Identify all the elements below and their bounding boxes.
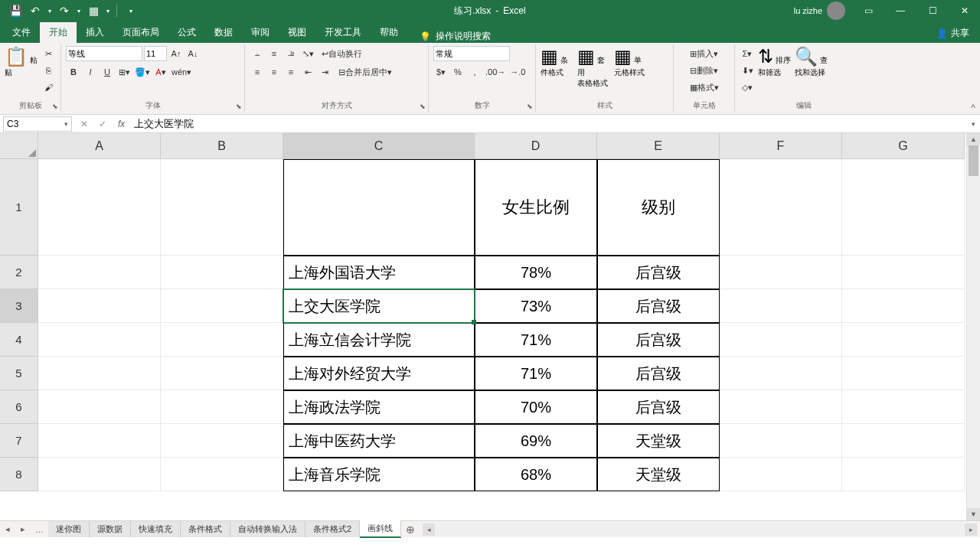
cell-C5[interactable]: 上海对外经贸大学 xyxy=(283,357,475,390)
fill-color-button[interactable]: 🪣▾ xyxy=(133,64,152,80)
sheet-tab-cond2[interactable]: 条件格式2 xyxy=(305,521,360,537)
cell-B2[interactable] xyxy=(161,256,283,289)
tab-file[interactable]: 文件 xyxy=(3,22,40,43)
row-header-2[interactable]: 2 xyxy=(0,256,38,289)
cell-F1[interactable] xyxy=(720,159,842,256)
copy-button[interactable]: ⎘ xyxy=(41,63,56,78)
select-all-corner[interactable] xyxy=(0,133,38,159)
cell-B5[interactable] xyxy=(161,357,283,390)
cell-styles-button[interactable]: ▦ 单元格样式 xyxy=(614,46,648,96)
cell-A1[interactable] xyxy=(38,159,161,256)
align-left-button[interactable]: ≡ xyxy=(250,64,265,80)
cell-F5[interactable] xyxy=(720,357,842,390)
align-bottom-button[interactable]: ⫡ xyxy=(283,46,299,61)
percent-button[interactable]: % xyxy=(450,64,466,80)
cell-B8[interactable] xyxy=(161,458,283,491)
cell-B4[interactable] xyxy=(161,323,283,357)
close-icon[interactable]: ✕ xyxy=(949,0,980,21)
ribbon-display-icon[interactable]: ▭ xyxy=(853,0,884,21)
cell-D7[interactable]: 69% xyxy=(475,424,597,458)
redo-dropdown-icon[interactable]: ▾ xyxy=(75,2,83,20)
currency-button[interactable]: $▾ xyxy=(433,64,449,80)
underline-button[interactable]: U xyxy=(100,64,115,80)
cell-F6[interactable] xyxy=(720,390,842,424)
phonetic-button[interactable]: wén▾ xyxy=(170,64,193,80)
tab-help[interactable]: 帮助 xyxy=(371,22,407,43)
cell-E5[interactable]: 后宫级 xyxy=(597,357,720,390)
decrease-font-button[interactable]: A↓ xyxy=(185,46,201,61)
horizontal-scrollbar[interactable]: ◂ ▸ xyxy=(423,523,977,536)
save-icon[interactable]: 💾 xyxy=(6,2,24,20)
cell-C4[interactable]: 上海立信会计学院 xyxy=(283,323,475,357)
scroll-thumb[interactable] xyxy=(969,145,978,176)
increase-indent-button[interactable]: ⇥ xyxy=(317,64,332,80)
cell-D6[interactable]: 70% xyxy=(475,390,597,424)
cell-E1[interactable]: 级别 xyxy=(597,159,720,256)
column-header-F[interactable]: F xyxy=(720,133,842,159)
cell-F7[interactable] xyxy=(720,424,842,458)
comma-button[interactable]: , xyxy=(467,64,482,80)
clear-button[interactable]: ◇▾ xyxy=(740,80,755,95)
cell-G5[interactable] xyxy=(842,357,965,390)
cell-C3[interactable]: 上交大医学院 xyxy=(283,289,475,323)
insert-cells-button[interactable]: ⊞ 插入 ▾ xyxy=(678,46,730,61)
row-header-3[interactable]: 3 xyxy=(0,289,38,323)
name-box-dropdown-icon[interactable]: ▾ xyxy=(64,120,68,128)
font-color-button[interactable]: A▾ xyxy=(153,64,168,80)
cell-G7[interactable] xyxy=(842,424,965,458)
cell-E7[interactable]: 天堂级 xyxy=(597,424,720,458)
cell-D2[interactable]: 78% xyxy=(475,256,597,289)
collapse-ribbon-icon[interactable]: ^ xyxy=(971,103,975,113)
row-header-1[interactable]: 1 xyxy=(0,159,38,256)
column-header-G[interactable]: G xyxy=(842,133,965,159)
row-header-8[interactable]: 8 xyxy=(0,458,38,491)
cell-A3[interactable] xyxy=(38,289,161,323)
avatar[interactable] xyxy=(827,2,845,20)
tab-view[interactable]: 视图 xyxy=(279,22,315,43)
tab-review[interactable]: 审阅 xyxy=(242,22,279,43)
align-right-button[interactable]: ≡ xyxy=(283,64,299,80)
cell-E3[interactable]: 后宫级 xyxy=(597,289,720,323)
scroll-up-icon[interactable]: ▲ xyxy=(967,133,980,145)
cell-C8[interactable]: 上海音乐学院 xyxy=(283,458,475,491)
sheet-overflow-icon[interactable]: … xyxy=(31,525,48,534)
row-header-5[interactable]: 5 xyxy=(0,357,38,390)
cell-C7[interactable]: 上海中医药大学 xyxy=(283,424,475,458)
align-center-button[interactable]: ≡ xyxy=(266,64,282,80)
format-cells-button[interactable]: ▦ 格式 ▾ xyxy=(678,80,730,95)
column-header-D[interactable]: D xyxy=(475,133,597,159)
bold-button[interactable]: B xyxy=(66,64,81,80)
maximize-icon[interactable]: ☐ xyxy=(917,0,948,21)
wrap-text-button[interactable]: ↩ 自动换行 xyxy=(317,46,367,61)
sheet-tab-cond[interactable]: 条件格式 xyxy=(181,521,230,537)
cell-A7[interactable] xyxy=(38,424,161,458)
sheet-tab-input[interactable]: 自动转换输入法 xyxy=(230,521,305,537)
cell-A8[interactable] xyxy=(38,458,161,491)
cell-A5[interactable] xyxy=(38,357,161,390)
cell-C6[interactable]: 上海政法学院 xyxy=(283,390,475,424)
cell-F2[interactable] xyxy=(720,256,842,289)
sheet-tab-line[interactable]: 画斜线 xyxy=(360,520,401,538)
cell-D5[interactable]: 71% xyxy=(475,357,597,390)
add-sheet-button[interactable]: ⊕ xyxy=(401,523,420,536)
qat-dropdown-icon[interactable]: ▾ xyxy=(104,2,112,20)
cell-F3[interactable] xyxy=(720,289,842,323)
cell-C2[interactable]: 上海外国语大学 xyxy=(283,256,475,289)
cell-D4[interactable]: 71% xyxy=(475,323,597,357)
expand-formula-bar-icon[interactable]: ▾ xyxy=(966,120,980,128)
qat-more-icon[interactable]: ▾ xyxy=(122,2,140,20)
font-name-input[interactable] xyxy=(66,46,142,61)
column-header-C[interactable]: C xyxy=(283,133,475,159)
cell-F4[interactable] xyxy=(720,323,842,357)
tab-developer[interactable]: 开发工具 xyxy=(315,22,371,43)
cell-E4[interactable]: 后宫级 xyxy=(597,323,720,357)
column-header-A[interactable]: A xyxy=(38,133,161,159)
scroll-left-icon[interactable]: ◂ xyxy=(423,523,435,536)
formula-input[interactable] xyxy=(131,116,966,132)
number-format-input[interactable] xyxy=(433,46,510,61)
vertical-scrollbar[interactable]: ▲ ▼ xyxy=(966,133,980,520)
merge-center-button[interactable]: ⊟ 合并后居中▾ xyxy=(334,64,397,80)
cell-D8[interactable]: 68% xyxy=(475,458,597,491)
cell-G4[interactable] xyxy=(842,323,965,357)
sheet-tab-fill[interactable]: 快速填充 xyxy=(131,521,181,537)
